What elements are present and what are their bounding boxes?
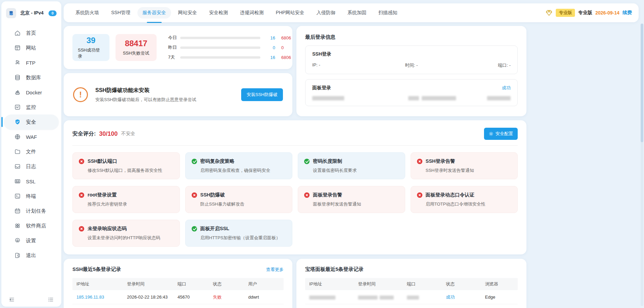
sidebar-item-home[interactable]: 首页 (4, 26, 59, 40)
sidebar-item-docker[interactable]: Docker (4, 85, 59, 100)
security-item-panel-ssl[interactable]: 面板开启SSL 启用HTTPS加密传输（设置会重启面板） (185, 220, 293, 247)
panel-records-title: 宝塔面板最近5条登录记录 (305, 266, 363, 273)
sidebar-item-appstore[interactable]: 软件商店 (4, 218, 59, 233)
security-item-ssh-login-alert[interactable]: SSH登录告警 SSH登录时发送告警通知 (411, 152, 518, 179)
sidebar-item-website[interactable]: 网站 (4, 40, 59, 55)
security-item-password-length[interactable]: 密码长度限制 设置最低密码长度要求 (298, 152, 405, 179)
score-value: 30/100 (99, 130, 118, 137)
security-score-card: 安全评分: 30/100 不安全 安全配置 SSH默认端口 修改SSH默认端口，… (64, 120, 526, 254)
ssh-bruteforce-warning-card: ! SSH防爆破功能未安装 安装SSH防爆破功能后，可以有效防止恶意登录尝试 安… (64, 73, 292, 116)
status-icon (79, 192, 84, 198)
record-ip-link[interactable]: 185.196.11.83 (72, 295, 123, 300)
sidebar-item-terminal[interactable]: 终端 (4, 189, 59, 204)
status-icon (79, 159, 84, 164)
shield-check-icon (14, 119, 21, 125)
gear-icon (489, 131, 493, 136)
menu-list-icon[interactable] (48, 297, 54, 303)
tabs: 系统防火墙 SSH管理 服务器安全 网站安全 安全检测 违规词检测 PHP网站安… (70, 7, 402, 19)
redacted-ip (312, 96, 344, 100)
license-info: 专业版 专业版 2026-09-14 续费 (545, 9, 632, 17)
ssh-records-title: SSH最近5条登录记录 (72, 266, 121, 273)
security-item-panel-totp[interactable]: 面板登录动态口令认证 启用TOTP动态口令增强安全性 (411, 186, 518, 213)
tab-security-check[interactable]: 安全检测 (204, 7, 233, 19)
sidebar: 北京 - IPv4 0 首页 网站 FTP 数据库 Docker 监控 安全 W… (1, 1, 61, 307)
folder-icon (14, 148, 21, 155)
security-item-password-complexity[interactable]: 密码复杂度策略 启用密码复杂度检查，确保密码安全 (185, 152, 293, 179)
collapse-sidebar-icon[interactable] (9, 297, 15, 303)
redacted-port (487, 96, 511, 100)
status-icon (417, 159, 422, 164)
tab-system-hardening[interactable]: 系统加固 (343, 7, 372, 19)
scrollbar-thumb[interactable] (641, 24, 643, 142)
sidebar-item-monitor[interactable]: 监控 (4, 100, 59, 115)
sidebar-item-logs[interactable]: 日志 (4, 159, 59, 174)
table-header: IP地址 登录时间 端口 状态 用户 (72, 278, 284, 290)
tab-php-security[interactable]: PHP网站安全 (271, 7, 310, 19)
tab-site-security[interactable]: 网站安全 (173, 7, 202, 19)
view-more-link[interactable]: 查看更多 (266, 267, 284, 273)
record-time-redacted (354, 295, 403, 300)
ssh-records-table: IP地址 登录时间 端口 状态 用户 185.196.11.83 2026-02… (72, 278, 284, 304)
bar-row-yesterday: 昨日 0 0 (168, 44, 291, 51)
page-scrollbar[interactable] (641, 24, 643, 306)
tab-intrusion-defense[interactable]: 入侵防御 (312, 7, 341, 19)
record-ip-redacted (305, 295, 354, 300)
ssh-success-stat: 39 SSH成功登录 (72, 34, 109, 61)
website-icon (14, 44, 21, 51)
sidebar-item-logout[interactable]: 退出 (4, 248, 59, 263)
status-icon (304, 159, 310, 164)
security-item-unauth-status-code[interactable]: 未登录响应状态码 设置未登录访问时的HTTP响应状态码 (72, 220, 180, 247)
security-item-root-login[interactable]: root登录设置 推荐仅允许密钥登录 (72, 186, 180, 213)
sidebar-header: 北京 - IPv4 0 (1, 1, 61, 26)
license-expiry-date: 2026-09-14 (595, 10, 619, 16)
security-item-ssh-bruteforce[interactable]: SSH防爆破 防止SSH暴力破解攻击 (185, 186, 293, 213)
sidebar-item-settings[interactable]: 设置 (4, 233, 59, 248)
sidebar-item-cron[interactable]: 计划任务 (4, 204, 59, 218)
gear-icon (14, 237, 21, 244)
home-icon (14, 30, 21, 36)
login-attempt-bars: 今日 16 6806 昨日 0 0 7天 16 6806 (168, 35, 291, 60)
bar-track (180, 56, 260, 59)
ssh-login-port: 端口: - (498, 62, 511, 68)
table-header: IP地址 登录时间 端口 状态 浏览器 (305, 278, 518, 290)
sidebar-item-waf[interactable]: WAF (4, 129, 59, 144)
divider (72, 145, 518, 146)
security-item-panel-login-alert[interactable]: 面板登录告警 面板登录时发送告警通知 (298, 186, 405, 213)
security-config-button[interactable]: 安全配置 (484, 128, 518, 140)
sidebar-item-database[interactable]: 数据库 (4, 70, 59, 85)
tab-scan-sense[interactable]: 扫描感知 (374, 7, 402, 19)
ftp-icon (14, 59, 21, 66)
sidebar-item-security[interactable]: 安全 (4, 115, 59, 129)
ssh-login-ip: IP: - (312, 62, 405, 68)
sidebar-item-ssl[interactable]: SSL (4, 174, 59, 189)
warning-icon: ! (73, 87, 88, 102)
renew-link[interactable]: 续费 (622, 10, 632, 16)
tab-server-security[interactable]: 服务器安全 (137, 7, 171, 19)
database-icon (14, 74, 21, 81)
status-icon (192, 159, 197, 164)
record-port: 45670 (173, 295, 209, 300)
sidebar-item-ftp[interactable]: FTP (4, 55, 59, 70)
tab-banned-words[interactable]: 违规词检测 (235, 7, 269, 19)
calendar-icon (14, 208, 21, 214)
bar-track (180, 37, 260, 39)
install-ssh-bruteforce-button[interactable]: 安装SSH防爆破 (241, 88, 283, 101)
tab-ssh-manage[interactable]: SSH管理 (106, 7, 135, 19)
docker-icon (14, 89, 21, 96)
grid-icon (14, 222, 21, 229)
security-item-ssh-port[interactable]: SSH默认端口 修改SSH默认端口，提高服务器安全性 (72, 152, 180, 179)
score-level: 不安全 (121, 131, 135, 137)
warning-desc: 安装SSH防爆破功能后，可以有效防止恶意登录尝试 (95, 97, 196, 103)
license-edition: 专业版 (578, 10, 592, 16)
redacted-time (408, 96, 419, 100)
panel-logo-icon (6, 8, 16, 18)
record-port-redacted (403, 295, 442, 300)
status-icon (192, 226, 197, 232)
ssh-success-value: 39 (87, 36, 96, 45)
record-time: 2026-02-22 18:26:43 (123, 295, 173, 300)
message-count-badge[interactable]: 0 (49, 10, 57, 16)
tab-system-firewall[interactable]: 系统防火墙 (70, 7, 104, 19)
record-status: 成功 (442, 294, 481, 300)
sidebar-item-files[interactable]: 文件 (4, 144, 59, 159)
server-name: 北京 - IPv4 (20, 10, 43, 16)
